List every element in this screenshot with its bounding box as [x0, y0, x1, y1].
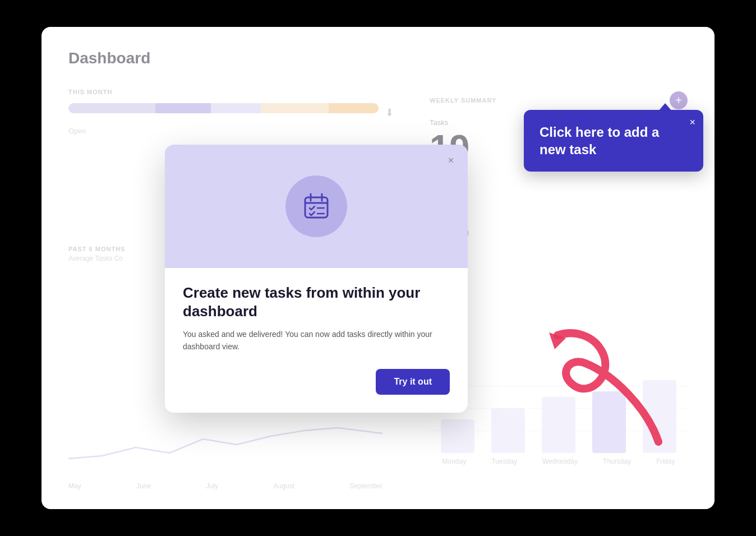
modal-body: Create new tasks from within your dashbo… [165, 268, 468, 413]
modal-header: × [165, 145, 468, 268]
modal-heading: Create new tasks from within your dashbo… [183, 284, 450, 320]
feature-modal: × Create new tasks from within your dash… [165, 145, 468, 413]
try-it-out-button[interactable]: Try it out [376, 369, 450, 395]
modal-icon-circle [285, 175, 347, 237]
tooltip-bubble: × Click here to add a new task [524, 110, 703, 172]
tooltip-arrow [658, 103, 672, 111]
tooltip-text: Click here to add a new task [540, 123, 688, 158]
modal-description: You asked and we delivered! You can now … [183, 328, 450, 353]
tooltip-close-button[interactable]: × [689, 117, 695, 128]
screen-container: Dashboard THIS MONTH ⬇ Open PAST 6 MONTH… [42, 27, 714, 509]
modal-close-button[interactable]: × [443, 153, 459, 168]
calendar-checklist-icon [301, 191, 332, 222]
